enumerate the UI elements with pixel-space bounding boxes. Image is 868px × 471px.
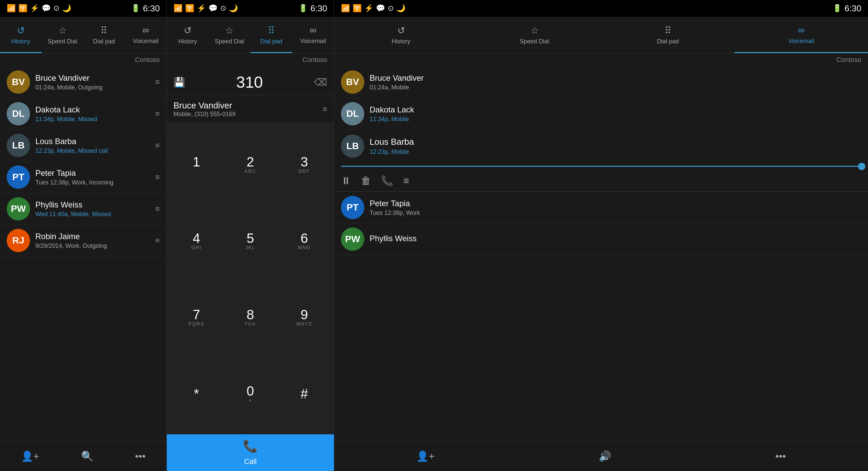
contact-item-phyllis-3[interactable]: PW Phyllis Weiss <box>334 223 868 255</box>
contact-item-phyllis-1[interactable]: PW Phyllis Weiss Wed 11:40a, Mobile, Mis… <box>0 193 166 225</box>
bluetooth-icon-2: ⚡ <box>197 4 206 13</box>
contact-detail-dakota-3: 11:34p, Mobile <box>370 116 861 123</box>
status-bar-2: 📶 🛜 ⚡ 💬 ⊙ 🌙 🔋 6:30 <box>167 0 334 17</box>
contact-item-bruce-3[interactable]: BV Bruce Vandiver 01:24a, Mobile <box>334 66 868 98</box>
contact-name-bruce-1: Bruce Vandiver <box>35 73 150 83</box>
key-5[interactable]: 5 JKL <box>224 203 277 278</box>
key-2[interactable]: 2 ABC <box>224 127 277 202</box>
dial-pad-icon-2: ⠿ <box>268 25 275 36</box>
key-1[interactable]: 1 <box>170 127 223 202</box>
tab-bar-1: ↺ History ☆ Speed Dial ⠿ Dial pad ∞ Voic… <box>0 17 166 53</box>
backspace-icon[interactable]: ⌫ <box>314 77 327 88</box>
tab-voicemail-2[interactable]: ∞ Voicemail <box>292 17 334 53</box>
tab-voicemail-1[interactable]: ∞ Voicemail <box>125 17 166 53</box>
dial-input-area: 💾 310 ⌫ <box>167 66 334 95</box>
wifi-icon-3: 🛜 <box>352 4 362 13</box>
add-contact-button-3[interactable]: 👤+ <box>416 450 435 462</box>
pause-button[interactable]: ⏸ <box>341 175 351 186</box>
more-button-1[interactable]: ••• <box>135 451 146 462</box>
key-3[interactable]: 3 DEF <box>278 127 331 202</box>
bluetooth-icon-3: ⚡ <box>364 4 373 13</box>
add-contact-button-1[interactable]: 👤+ <box>21 450 39 462</box>
contact-action-lous-1[interactable]: ≡ <box>155 141 160 150</box>
key-hash[interactable]: # <box>278 356 331 431</box>
time-3: 6:30 <box>844 3 861 14</box>
key-8[interactable]: 8 TUV <box>224 280 277 354</box>
contact-name-peter-3: Peter Tapia <box>370 199 861 208</box>
contact-item-peter-3[interactable]: PT Peter Tapia Tues 12:38p, Work <box>334 192 868 223</box>
tab-speed-dial-label-2: Speed Dial <box>215 38 244 45</box>
contact-detail-dakota-1: 11:34p, Mobile, Missed <box>35 116 150 123</box>
call-phone-icon: 📞 <box>243 439 258 453</box>
tab-dial-pad-label-1: Dial pad <box>93 38 115 45</box>
wifi-icon: 🛜 <box>18 4 27 13</box>
contact-item-lous-1[interactable]: LB Lous Barba 12:23p, Mobile, Missed cal… <box>0 130 166 161</box>
tab-voicemail-3[interactable]: ∞ Voicemail <box>735 17 868 53</box>
history-icon-2: ↺ <box>184 25 191 36</box>
contact-item-bruce-1[interactable]: BV Bruce Vandiver 01:24a, Mobile, Outgoi… <box>0 66 166 98</box>
key-6[interactable]: 6 MNO <box>278 203 331 278</box>
time-1: 6:30 <box>143 3 160 14</box>
signal-icon-3: 📶 <box>341 4 350 13</box>
key-9[interactable]: 9 WXYZ <box>278 280 331 354</box>
panel-history: 📶 🛜 ⚡ 💬 ⊙ 🌙 🔋 6:30 ↺ History ☆ Speed Dia… <box>0 0 167 471</box>
contact-name-phyllis-3: Phyllis Weiss <box>370 234 861 243</box>
contact-item-dakota-3[interactable]: DL Dakota Lack 11:34p, Mobile <box>334 98 868 130</box>
key-star[interactable]: * <box>170 356 223 431</box>
delete-button[interactable]: 🗑 <box>361 175 371 186</box>
contoso-label-3: Contoso <box>334 53 868 66</box>
tab-dial-pad-2[interactable]: ⠿ Dial pad <box>250 17 292 53</box>
contact-detail-robin-1: 9/29/2014, Work, Outgoing <box>35 243 150 250</box>
caller-action-icon[interactable]: ≡ <box>322 104 327 114</box>
caller-number: Mobile, (310) 555-0169 <box>174 111 236 118</box>
contact-item-robin-1[interactable]: RJ Robin Jaime 9/29/2014, Work, Outgoing… <box>0 225 166 256</box>
contact-action-bruce-1[interactable]: ≡ <box>155 77 160 87</box>
contact-action-peter-1[interactable]: ≡ <box>155 172 160 182</box>
key-7[interactable]: 7 PQRS <box>170 280 223 354</box>
tab-speed-dial-3[interactable]: ☆ Speed Dial <box>468 17 601 53</box>
contact-name-dakota-1: Dakota Lack <box>35 105 150 115</box>
contact-info-dakota-1: Dakota Lack 11:34p, Mobile, Missed <box>35 105 150 123</box>
call-back-button[interactable]: 📞 <box>381 175 393 186</box>
progress-track <box>341 166 861 167</box>
contact-action-robin-1[interactable]: ≡ <box>155 236 160 245</box>
status-icons-1: 📶 🛜 ⚡ 💬 ⊙ 🌙 <box>7 4 71 13</box>
tab-speed-dial-1[interactable]: ☆ Speed Dial <box>42 17 84 53</box>
contact-action-dakota-1[interactable]: ≡ <box>155 109 160 118</box>
key-0[interactable]: 0 + <box>224 356 277 431</box>
tab-dial-pad-label-2: Dial pad <box>260 38 282 45</box>
tab-speed-dial-2[interactable]: ☆ Speed Dial <box>209 17 250 53</box>
tab-history-1[interactable]: ↺ History <box>0 17 42 53</box>
contact-info-peter-1: Peter Tapia Tues 12:38p, Work, Incoming <box>35 168 150 186</box>
tab-history-2[interactable]: ↺ History <box>167 17 209 53</box>
tab-dial-pad-1[interactable]: ⠿ Dial pad <box>84 17 125 53</box>
caller-info-area: Bruce Vandiver Mobile, (310) 555-0169 ≡ <box>167 95 334 123</box>
contact-item-peter-1[interactable]: PT Peter Tapia Tues 12:38p, Work, Incomi… <box>0 161 166 193</box>
tab-voicemail-label-3: Voicemail <box>788 38 814 45</box>
bottom-bar-1: 👤+ 🔍 ••• <box>0 441 166 471</box>
more-button-3[interactable]: ••• <box>775 451 786 462</box>
contact-action-phyllis-1[interactable]: ≡ <box>155 204 160 214</box>
call-button[interactable]: 📞 Call <box>167 434 334 471</box>
contact-info-peter-3: Peter Tapia Tues 12:38p, Work <box>370 199 861 217</box>
key-4[interactable]: 4 GHI <box>170 203 223 278</box>
contact-info-lous-3: Lous Barba 12:23p, Mobile <box>370 137 861 155</box>
battery-area-3: 🔋 6:30 <box>833 3 861 14</box>
search-button-1[interactable]: 🔍 <box>81 450 93 462</box>
volume-button-3[interactable]: 🔊 <box>599 450 611 462</box>
speed-dial-icon-3: ☆ <box>530 25 539 36</box>
battery-icon: 🔋 <box>131 4 140 13</box>
circle-icon-2: ⊙ <box>220 4 226 13</box>
tab-history-3[interactable]: ↺ History <box>334 17 468 53</box>
bluetooth-icon: ⚡ <box>30 4 39 13</box>
audio-progress[interactable] <box>334 162 868 170</box>
contact-item-lous-3[interactable]: LB Lous Barba 12:23p, Mobile <box>334 130 868 162</box>
save-icon[interactable]: 💾 <box>174 77 185 88</box>
contact-detail-button[interactable]: ≡ <box>403 175 409 186</box>
contact-list-3: BV Bruce Vandiver 01:24a, Mobile DL Dako… <box>334 66 868 441</box>
contact-item-dakota-1[interactable]: DL Dakota Lack 11:34p, Mobile, Missed ≡ <box>0 98 166 130</box>
avatar-bruce-3: BV <box>341 70 364 94</box>
tab-voicemail-label-1: Voicemail <box>133 38 158 45</box>
tab-dial-pad-3[interactable]: ⠿ Dial pad <box>601 17 735 53</box>
contact-name-phyllis-1: Phyllis Weiss <box>35 200 150 210</box>
